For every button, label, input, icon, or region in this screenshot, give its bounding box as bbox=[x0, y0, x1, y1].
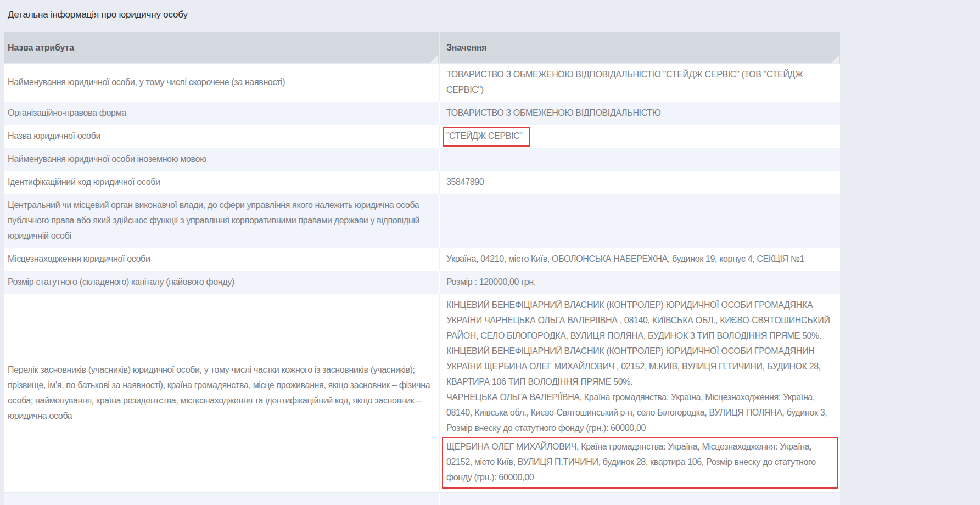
attributes-table: Назва атрибута Значення Найменування юри… bbox=[4, 32, 840, 505]
attribute-value-cell: Розмір : 120000,00 грн. bbox=[439, 271, 840, 294]
founder-paragraph: КІНЦЕВИЙ БЕНЕФІЦІАРНИЙ ВЛАСНИК (КОНТРОЛЕ… bbox=[446, 344, 836, 390]
table-row: Найменування юридичної особи іноземною м… bbox=[4, 148, 840, 171]
attribute-name-cell: Центральний чи місцевий орган виконавчої… bbox=[4, 194, 439, 248]
table-row: Організаційно-правова формаТОВАРИСТВО З … bbox=[4, 102, 840, 125]
table-row: Розмір статутного (складеного) капіталу … bbox=[4, 271, 840, 294]
table-body: Найменування юридичної особи, у тому чис… bbox=[4, 63, 840, 505]
attribute-value-cell: КІНЦЕВИЙ БЕНЕФІЦІАРНИЙ ВЛАСНИК (КОНТРОЛЕ… bbox=[439, 294, 840, 492]
table-header-row: Назва атрибута Значення bbox=[4, 32, 840, 63]
column-resize-grip-icon[interactable] bbox=[831, 55, 839, 63]
table-row: Перелік засновників (учасників) юридично… bbox=[4, 294, 840, 492]
founder-paragraph: КІНЦЕВИЙ БЕНЕФІЦІАРНИЙ ВЛАСНИК (КОНТРОЛЕ… bbox=[446, 298, 836, 344]
attribute-name-cell: Розмір статутного (складеного) капіталу … bbox=[4, 271, 439, 294]
table-row: Ідентифікаційний код юридичної особи3584… bbox=[4, 171, 840, 194]
table-row: Центральний чи місцевий орган виконавчої… bbox=[4, 194, 840, 248]
column-header-value[interactable]: Значення bbox=[439, 32, 840, 63]
attribute-value-cell: ТОВАРИСТВО З ОБМЕЖЕНОЮ ВІДПОВІДАЛЬНІСТЮ bbox=[439, 102, 840, 125]
attribute-value-cell: Україна, 04210, місто Київ, ОБОЛОНСЬКА Н… bbox=[439, 248, 840, 271]
table-row: Місцезнаходження юридичної особиУкраїна,… bbox=[4, 248, 840, 271]
attribute-value-cell bbox=[439, 148, 840, 171]
attribute-value-cell bbox=[439, 492, 840, 505]
attribute-value-cell: "СТЕЙДЖ СЕРВІС" bbox=[439, 125, 840, 148]
founder-paragraph-highlighted: ЩЕРБИНА ОЛЕГ МИХАЙЛОВИЧ, Країна громадян… bbox=[442, 437, 838, 489]
attribute-name-cell: Ідентифікаційний код юридичної особи bbox=[4, 171, 439, 194]
column-resize-grip-icon[interactable] bbox=[430, 55, 438, 63]
attribute-value-cell: ТОВАРИСТВО З ОБМЕЖЕНОЮ ВІДПОВІДАЛЬНІСТЮ … bbox=[439, 63, 840, 102]
founder-paragraph: ЧАРНЕЦЬКА ОЛЬГА ВАЛЕРІЇВНА, Країна грома… bbox=[446, 390, 836, 436]
table-row: Назва юридичної особи"СТЕЙДЖ СЕРВІС" bbox=[4, 125, 840, 148]
column-header-attribute-name[interactable]: Назва атрибута bbox=[4, 32, 439, 63]
attribute-name-cell: Найменування юридичної особи іноземною м… bbox=[4, 148, 439, 171]
page-title: Детальна інформація про юридичну особу bbox=[0, 0, 980, 21]
attribute-name-cell: Найменування юридичної особи, у тому чис… bbox=[4, 63, 439, 102]
attribute-value-cell bbox=[439, 194, 840, 248]
attribute-name-cell: Організаційно-правова форма bbox=[4, 102, 439, 125]
table-row: Найменування юридичної особи, у тому чис… bbox=[4, 63, 840, 102]
attribute-name-cell: Місцезнаходження юридичної особи bbox=[4, 248, 439, 271]
attribute-name-cell: Перелік засновників (учасників) юридично… bbox=[4, 294, 439, 492]
attribute-name-cell bbox=[4, 492, 439, 505]
attribute-name-cell: Назва юридичної особи bbox=[4, 125, 439, 148]
attribute-value-cell: 35847890 bbox=[439, 171, 840, 194]
table-row bbox=[4, 492, 840, 505]
highlighted-value: "СТЕЙДЖ СЕРВІС" bbox=[443, 127, 530, 147]
legal-entity-detail-page: Детальна інформація про юридичну особу Н… bbox=[0, 0, 980, 505]
table-header: Назва атрибута Значення bbox=[4, 32, 840, 63]
